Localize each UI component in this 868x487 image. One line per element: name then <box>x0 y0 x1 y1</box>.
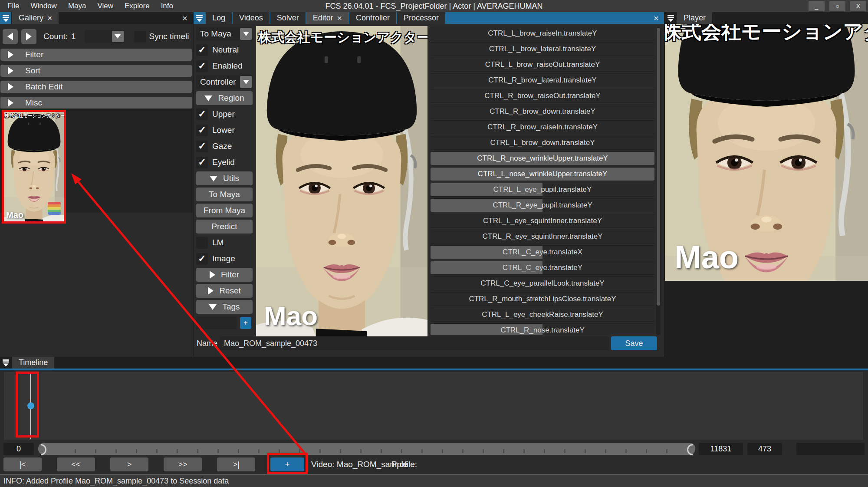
controller-row[interactable]: CTRL_L_brow_raiseIn.translateY <box>431 27 654 40</box>
panel-menu-icon[interactable] <box>0 357 11 369</box>
video-face-image <box>256 26 427 336</box>
chevron-down-icon[interactable] <box>240 28 252 40</box>
tab-player[interactable]: Player <box>677 12 712 24</box>
controller-row[interactable]: CTRL_C_eye.translateX <box>431 246 654 259</box>
gallery-section-batch-edit[interactable]: Batch Edit <box>0 81 192 93</box>
checkbox-box <box>196 141 208 152</box>
tab-controller[interactable]: Controller <box>349 12 396 24</box>
controller-row[interactable]: CTRL_L_eye_pupil.translateY <box>431 183 654 196</box>
checkbox-gaze[interactable]: Gaze <box>196 139 253 153</box>
close-tab-icon[interactable]: × <box>337 13 342 23</box>
controller-row[interactable]: CTRL_R_nose.translateY <box>431 324 654 335</box>
checkbox-lm[interactable]: LM <box>196 236 253 250</box>
checkbox-enabled[interactable]: Enabled <box>196 59 253 73</box>
profile-frame-box[interactable]: 473 <box>747 443 782 455</box>
from-maya-button[interactable]: From Maya <box>196 204 253 217</box>
controller-row[interactable]: CTRL_C_eye.translateY <box>431 261 654 274</box>
go-end-button[interactable]: >| <box>217 457 255 471</box>
collapsed-arrow-icon <box>210 271 215 279</box>
chevron-down-icon[interactable] <box>240 76 252 88</box>
minimize-button[interactable]: _ <box>809 1 825 11</box>
reset-section-header[interactable]: Reset <box>196 284 253 298</box>
step-back-button[interactable]: << <box>57 457 95 471</box>
tab-videos[interactable]: Videos <box>233 12 270 24</box>
menu-file[interactable]: File <box>2 0 25 12</box>
menu-window[interactable]: Window <box>25 0 62 12</box>
close-tab-icon[interactable]: × <box>47 13 52 23</box>
timeline-track-area[interactable] <box>3 372 864 440</box>
close-panel-icon[interactable]: × <box>648 12 664 24</box>
tab-gallery[interactable]: Gallery × <box>12 12 59 24</box>
to-maya-button[interactable]: To Maya <box>196 188 253 201</box>
controller-row[interactable]: CTRL_R_brow_lateral.translateY <box>431 74 654 87</box>
close-panel-icon[interactable]: × <box>177 12 193 24</box>
controller-list-scrollbar[interactable] <box>656 27 661 335</box>
menu-maya[interactable]: Maya <box>62 0 92 12</box>
timeline-keyframe-dot[interactable] <box>27 402 34 409</box>
go-start-button[interactable]: |< <box>3 457 42 471</box>
tab-editor[interactable]: Editor× <box>306 12 349 24</box>
menu-view[interactable]: View <box>92 0 119 12</box>
controller-row[interactable]: CTRL_L_eye_cheekRaise.translateY <box>431 308 654 321</box>
gallery-dropdown[interactable] <box>85 30 125 43</box>
add-tag-button[interactable]: + <box>240 317 251 329</box>
next-item-button[interactable] <box>21 29 36 44</box>
controller-row[interactable]: CTRL_L_brow_down.translateY <box>431 136 654 149</box>
video-watermark: 株式会社モーションアクター <box>258 29 427 46</box>
fast-forward-button[interactable]: >> <box>164 457 202 471</box>
tag-input[interactable] <box>196 316 237 329</box>
predict-button[interactable]: Predict <box>196 220 253 234</box>
controller-row[interactable]: CTRL_L_brow_lateral.translateY <box>431 43 654 56</box>
total-frames-box[interactable]: 11831 <box>699 443 743 455</box>
controller-row[interactable]: CTRL_R_brow_raiseOut.translateY <box>431 89 654 102</box>
checkbox-eyelid[interactable]: Eyelid <box>196 155 253 169</box>
tab-solver[interactable]: Solver <box>270 12 306 24</box>
controller-row[interactable]: CTRL_L_brow_raiseOut.translateY <box>431 58 654 71</box>
current-frame-box[interactable]: 0 <box>3 443 34 455</box>
gallery-thumbnail[interactable]: 株式会社モーションアクター Mao <box>4 112 64 221</box>
controller-row[interactable]: CTRL_L_eye_squintInner.translateY <box>431 214 654 227</box>
controller-row[interactable]: CTRL_R_eye_squintInner.translateY <box>431 230 654 243</box>
sync-timeline-checkbox[interactable] <box>134 31 146 43</box>
controller-row[interactable]: CTRL_L_nose_wrinkleUpper.translateY <box>431 168 654 181</box>
timeline-scrollbar[interactable] <box>38 443 695 455</box>
to-maya-dropdown[interactable]: To Maya <box>196 27 253 41</box>
utils-section-header[interactable]: Utils <box>196 171 253 185</box>
save-button[interactable]: Save <box>611 336 657 350</box>
region-section-header[interactable]: Region <box>196 91 253 105</box>
checkbox-lower[interactable]: Lower <box>196 123 253 137</box>
filter-section-header[interactable]: Filter <box>196 268 253 282</box>
panel-menu-icon[interactable] <box>194 12 205 24</box>
chevron-down-icon[interactable] <box>112 31 124 42</box>
name-input[interactable] <box>220 336 609 350</box>
timeline-accent-line <box>0 369 868 370</box>
controller-row[interactable]: CTRL_R_mouth_stretchLipsClose.translateY <box>431 293 654 306</box>
gallery-section-filter[interactable]: Filter <box>0 49 192 61</box>
controller-row[interactable]: CTRL_R_eye_pupil.translateY <box>431 199 654 212</box>
controller-dropdown[interactable]: Controller <box>196 75 253 89</box>
prev-item-button[interactable] <box>3 29 18 44</box>
maximize-button[interactable]: ○ <box>829 1 845 11</box>
add-profile-button[interactable]: + <box>270 457 304 471</box>
sync-timeline-label: Sync timeli <box>149 32 189 41</box>
panel-menu-icon[interactable] <box>665 12 676 24</box>
menu-info[interactable]: Info <box>155 0 179 12</box>
menu-explore[interactable]: Explore <box>119 0 155 12</box>
gallery-section-misc[interactable]: Misc <box>0 97 192 109</box>
controller-row[interactable]: CTRL_R_brow_raiseIn.translateY <box>431 121 654 134</box>
controller-row[interactable]: CTRL_R_nose_wrinkleUpper.translateY <box>431 152 654 165</box>
panel-menu-icon[interactable] <box>0 12 11 24</box>
tab-processor[interactable]: Processor <box>397 12 445 24</box>
checkbox-neutral[interactable]: Neutral <box>196 43 253 57</box>
close-button[interactable]: X <box>850 1 866 11</box>
controller-row[interactable]: CTRL_R_brow_down.translateY <box>431 105 654 118</box>
checkbox-image[interactable]: Image <box>196 252 253 266</box>
empty-value-box[interactable] <box>796 443 865 455</box>
gallery-section-sort[interactable]: Sort <box>0 65 192 77</box>
checkbox-upper[interactable]: Upper <box>196 107 253 121</box>
tags-section-header[interactable]: Tags <box>196 300 253 314</box>
controller-row[interactable]: CTRL_C_eye_parallelLook.translateY <box>431 277 654 290</box>
tab-log[interactable]: Log <box>206 12 232 24</box>
tab-timeline[interactable]: Timeline <box>12 357 54 369</box>
play-button[interactable]: > <box>110 457 148 471</box>
